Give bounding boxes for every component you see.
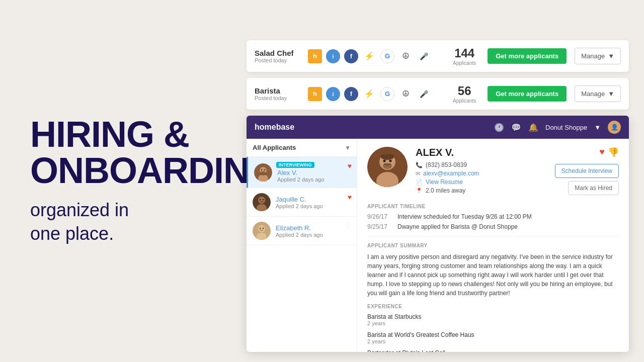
doc-icon: 📄: [416, 179, 423, 186]
chevron-down-icon: ▼: [594, 124, 601, 131]
applicant-number: 144: [449, 46, 479, 60]
heart-icon-elizabeth[interactable]: ♡: [345, 222, 352, 230]
divider-1: [367, 236, 619, 237]
filter-label[interactable]: All Applicants: [253, 144, 296, 151]
svg-point-19: [383, 160, 386, 162]
applicant-details-jaquille: Jaquille C. Applied 2 days ago: [276, 196, 351, 209]
icon-mic: 🎤: [417, 49, 431, 63]
exp-item-1: Barista at World's Greatest Coffee Haus …: [367, 331, 619, 344]
exp-duration-0: 2 years: [367, 320, 619, 326]
company-name[interactable]: Donut Shoppe: [545, 124, 587, 131]
profile-header: ALEX V. 📞 (832) 853-0839 ✉ alexv@example…: [367, 147, 619, 196]
svg-point-7: [258, 197, 265, 204]
applicant-applied-elizabeth: Applied 2 days ago: [276, 232, 351, 238]
icon-facebook: f: [344, 49, 358, 63]
mark-as-hired-button[interactable]: Mark as Hired: [568, 181, 619, 195]
icon-ziprecruiter: ⚡: [362, 49, 376, 63]
filter-chevron-icon[interactable]: ▼: [345, 144, 351, 151]
avatar-jaquille: [253, 193, 271, 211]
right-panel: Salad Chef Posted today h i f ⚡ G ☮ 🎤 14…: [242, 0, 644, 362]
applicant-applied-alex: Applied 2 days ago: [277, 176, 351, 183]
main-content: ALEX V. 📞 (832) 853-0839 ✉ alexv@example…: [357, 139, 629, 352]
job-title: Salad Chef: [255, 49, 300, 57]
applicant-label-barista: Applicants: [449, 98, 479, 104]
sidebar-header: All Applicants ▼: [247, 139, 357, 157]
avatar-svg-alex: [254, 163, 272, 182]
avatar-elizabeth: [253, 222, 271, 240]
exp-duration-1: 2 years: [367, 338, 619, 344]
svg-point-20: [389, 160, 392, 162]
job-info: Salad Chef Posted today: [255, 49, 300, 63]
job-title-barista: Barista: [255, 86, 300, 95]
subheadline: organized inone place.: [30, 199, 211, 246]
experience-title: EXPERIENCE: [367, 304, 619, 309]
svg-point-22: [381, 154, 394, 160]
timeline-item-1: 9/25/17 Dwayne applied for Barista @ Don…: [367, 223, 619, 230]
svg-point-21: [383, 163, 392, 169]
profile-name: ALEX V.: [416, 147, 479, 158]
chat-icon[interactable]: 💬: [511, 123, 521, 132]
clock-icon[interactable]: 🕐: [494, 123, 504, 132]
marketing-panel: HIRING &ONBOARDING organized inone place…: [0, 0, 242, 362]
avatar-svg-elizabeth: [253, 222, 271, 240]
location-icon: 📍: [416, 188, 423, 194]
app-body: All Applicants ▼: [247, 139, 629, 352]
timeline-text-0: Interview scheduled for Tuesday 9/26 at …: [397, 213, 532, 220]
icon-indeed-barista: i: [326, 87, 340, 101]
phone-icon: 📞: [416, 162, 423, 168]
job-posted-barista: Posted today: [255, 95, 300, 101]
email-link[interactable]: alexv@example.com: [423, 170, 479, 177]
applicant-applied-jaquille: Applied 2 days ago: [276, 203, 351, 209]
applicant-details-elizabeth: Elizabeth R. Applied 2 days ago: [276, 224, 351, 238]
applicant-item-elizabeth[interactable]: Elizabeth R. Applied 2 days ago ♡: [247, 217, 357, 245]
profile-distance: 📍 2.0 miles away: [416, 187, 479, 194]
profile-info: ALEX V. 📞 (832) 853-0839 ✉ alexv@example…: [416, 147, 479, 196]
email-icon: ✉: [416, 170, 420, 177]
icon-h-barista: h: [308, 87, 322, 101]
applicant-name-jaquille: Jaquille C.: [276, 196, 351, 203]
bell-icon[interactable]: 🔔: [528, 123, 538, 132]
icon-google-barista: G: [380, 87, 394, 101]
avatar-icon[interactable]: 👤: [608, 121, 621, 134]
like-button[interactable]: ♥: [599, 147, 605, 158]
get-more-applicants-button-barista[interactable]: Get more applicants: [488, 86, 567, 102]
heart-icon-jaquille[interactable]: ♥: [348, 193, 352, 201]
applicant-item-jaquille[interactable]: Jaquille C. Applied 2 days ago ♥: [247, 188, 357, 217]
icon-h: h: [308, 49, 322, 63]
get-more-applicants-button-salad[interactable]: Get more applicants: [488, 48, 567, 64]
summary-title: APPLICANT SUMMARY: [367, 243, 619, 248]
icon-ziprecruiter-barista: ⚡: [362, 87, 376, 101]
timeline-item-0: 9/26/17 Interview scheduled for Tuesday …: [367, 213, 619, 220]
applicant-name-elizabeth: Elizabeth R.: [276, 224, 351, 232]
headline: HIRING &ONBOARDING: [30, 116, 211, 189]
manage-button-salad[interactable]: Manage ▼: [575, 48, 621, 64]
heart-icon-alex[interactable]: ♥: [348, 162, 352, 170]
timeline: 9/26/17 Interview scheduled for Tuesday …: [367, 213, 619, 230]
profile-avatar-svg: [367, 147, 408, 187]
profile-actions: ♥ 👎 Schedule Interview Mark as Hired: [555, 147, 619, 195]
svg-point-4: [264, 169, 265, 170]
svg-point-3: [261, 169, 262, 170]
exp-title-1: Barista at World's Greatest Coffee Haus: [367, 331, 619, 338]
dislike-button[interactable]: 👎: [608, 147, 619, 158]
applicant-item-alex[interactable]: Alex V. Applied 2 days ago INTERVIEWING …: [247, 157, 357, 188]
interviewing-badge: INTERVIEWING: [276, 162, 314, 168]
icon-google: G: [380, 49, 394, 63]
job-posted: Posted today: [255, 57, 300, 63]
svg-point-5: [260, 171, 266, 175]
profile-email: ✉ alexv@example.com: [416, 170, 479, 177]
experience-list: Barista at Starbucks 2 years Barista at …: [367, 313, 619, 352]
svg-point-9: [260, 199, 261, 200]
profile-avatar: [367, 147, 408, 187]
profile-left: ALEX V. 📞 (832) 853-0839 ✉ alexv@example…: [367, 147, 479, 196]
schedule-interview-button[interactable]: Schedule Interview: [555, 164, 619, 178]
job-info-barista: Barista Posted today: [255, 86, 300, 101]
icon-peace-barista: ☮: [398, 87, 413, 101]
timeline-title: APPLICANT TIMELINE: [367, 204, 619, 209]
manage-button-barista[interactable]: Manage ▼: [575, 85, 621, 102]
source-icons: h i f ⚡ G ☮ 🎤: [308, 49, 441, 63]
svg-point-10: [263, 199, 264, 200]
resume-link[interactable]: View Resume: [426, 178, 463, 186]
icon-peace: ☮: [398, 49, 413, 63]
avatar-svg-jaquille: [253, 193, 271, 211]
